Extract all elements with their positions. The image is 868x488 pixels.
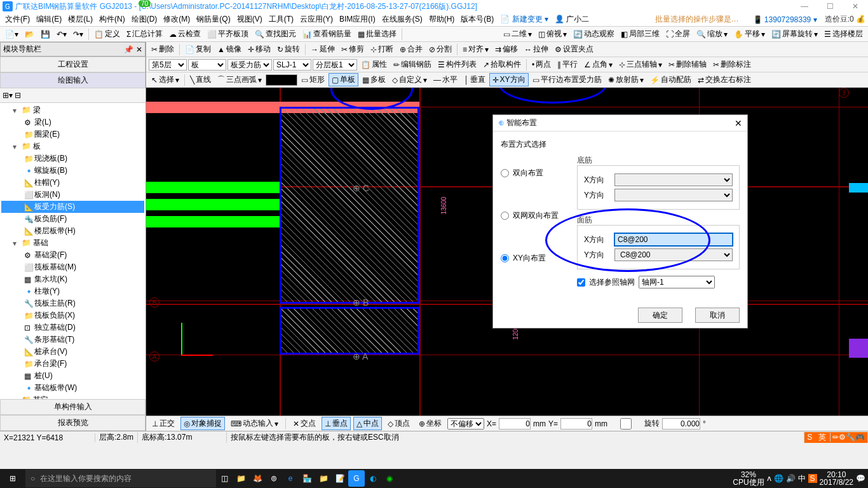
delete-aux-button[interactable]: ✂ 删除辅轴: [666, 58, 709, 71]
type-select[interactable]: 板受力筋: [227, 59, 272, 71]
close-button[interactable]: ✕: [843, 0, 868, 13]
screen-rotate-button[interactable]: 🔄 屏幕旋转 ▾: [769, 28, 820, 40]
rotate-checkbox[interactable]: [610, 418, 642, 430]
menu-cloud[interactable]: 云应用(Y): [297, 14, 336, 25]
point-angle-button[interactable]: ∠ 点角 ▾: [581, 58, 615, 71]
top-view-button[interactable]: ◫ 俯视 ▾: [536, 28, 569, 40]
taskbar-app[interactable]: ◐: [365, 470, 381, 487]
cancel-button[interactable]: 取消: [695, 308, 740, 323]
multi-board-button[interactable]: ▦ 多板: [360, 74, 388, 86]
move-button[interactable]: ✛ 移动: [245, 43, 273, 55]
tree-leaf[interactable]: 🔹 基础板带(W): [1, 382, 144, 394]
mirror-button[interactable]: ▲ 镜像: [215, 43, 244, 55]
parallel-button[interactable]: ∥ 平行: [555, 58, 580, 71]
menu-online[interactable]: 在线服务(S): [379, 14, 425, 25]
menu-rebar[interactable]: 钢筋量(Q): [194, 14, 233, 25]
auto-rebar-button[interactable]: ⚡ 自动配筋: [648, 74, 694, 86]
stretch-button[interactable]: ↔ 拉伸: [522, 43, 551, 55]
tree-leaf[interactable]: ⬜ 筏板基础(M): [1, 261, 144, 273]
tree-leaf[interactable]: 🔧 条形基础(T): [1, 334, 144, 346]
find-button[interactable]: 🔍 查找图元: [252, 28, 299, 40]
property-button[interactable]: 📋 属性: [358, 58, 390, 71]
delete-label-button[interactable]: ✂ 删除标注: [710, 58, 754, 71]
tree-leaf[interactable]: 📐 板受力筋(S): [1, 201, 144, 213]
tree-leaf[interactable]: 📐 柱帽(Y): [1, 177, 144, 189]
tray-ime[interactable]: 中: [798, 473, 806, 484]
menu-newchange[interactable]: 📄 新建变更 ▾: [498, 14, 551, 25]
taskbar-app[interactable]: ⊚: [266, 470, 282, 487]
y-input[interactable]: [560, 418, 592, 430]
taskbar-app[interactable]: 📁: [233, 470, 249, 487]
define-button[interactable]: 📋 定义: [92, 28, 123, 40]
dialog-close-icon[interactable]: ✕: [735, 118, 742, 128]
phone-number[interactable]: 📱 13907298339 ▾: [753, 15, 817, 24]
tab-draw-input[interactable]: 绘图输入: [0, 72, 146, 88]
layer-select[interactable]: 分层板1: [313, 59, 357, 71]
midpoint-button[interactable]: △ 中点: [353, 417, 382, 430]
taskbar-app[interactable]: 📝: [332, 470, 348, 487]
custom-button[interactable]: ◇ 自定义 ▾: [390, 74, 430, 86]
cloud-check-button[interactable]: ☁ 云检查: [166, 28, 203, 40]
bottom-x-input[interactable]: [614, 173, 733, 186]
extend-button[interactable]: → 延伸: [308, 43, 337, 55]
merge-button[interactable]: ⊕ 合并: [397, 43, 425, 55]
radial-button[interactable]: ✺ 放射筋 ▾: [606, 74, 646, 86]
notification-badge[interactable]: 70: [139, 0, 151, 7]
delete-button[interactable]: ✂ 删除: [149, 43, 177, 55]
arc-button[interactable]: ⌒ 三点画弧 ▾: [215, 74, 264, 86]
tree-leaf[interactable]: 🔩 板负筋(F): [1, 213, 144, 225]
ok-button[interactable]: 确定: [638, 308, 682, 323]
top-y-input[interactable]: C8@200: [614, 248, 733, 261]
tree-leaf[interactable]: ▦ 桩(U): [1, 370, 144, 382]
tree-leaf[interactable]: 📁 承台梁(F): [1, 358, 144, 370]
tab-single-input[interactable]: 单构件输入: [0, 399, 146, 415]
coord-button[interactable]: ⊕ 坐标: [416, 417, 445, 430]
view-rebar-button[interactable]: 📊 查看钢筋量: [300, 28, 354, 40]
parallel-edge-button[interactable]: ▭ 平行边布置受力筋: [530, 74, 604, 86]
menu-help[interactable]: 帮助(H): [426, 14, 458, 25]
menu-edit[interactable]: 编辑(E): [34, 14, 64, 25]
taskbar-app[interactable]: ◉: [381, 470, 398, 487]
align-button[interactable]: ≡ 对齐 ▾: [460, 43, 491, 55]
radio-xy-direction[interactable]: [501, 254, 509, 262]
tree-leaf[interactable]: 📁 现浇板(B): [1, 152, 144, 165]
horizontal-button[interactable]: — 水平: [431, 74, 460, 86]
undo-icon[interactable]: ↶▾: [54, 29, 69, 39]
rotate-input[interactable]: [662, 418, 700, 430]
top-x-input[interactable]: [614, 233, 733, 246]
intersection-button[interactable]: ✕ 交点: [290, 417, 319, 430]
floor-select[interactable]: 第5层: [149, 59, 187, 71]
local-3d-button[interactable]: ◧ 局部三维: [618, 28, 662, 40]
copy-button[interactable]: 📄 复制: [182, 43, 214, 55]
vertex-button[interactable]: ◇ 顶点: [384, 417, 413, 430]
category-select[interactable]: 板: [188, 59, 226, 71]
bottom-y-input[interactable]: [614, 189, 733, 201]
tree-leaf[interactable]: 📁 筏板负筋(X): [1, 309, 144, 322]
tray-sogou-icon[interactable]: S: [808, 474, 817, 483]
vertical-button[interactable]: │ 垂直: [461, 74, 488, 86]
code-select[interactable]: SLJ-1: [273, 59, 311, 71]
fullscreen-button[interactable]: ⛶ 全屏: [663, 28, 693, 40]
menu-modify[interactable]: 修改(M): [161, 14, 193, 25]
style-select[interactable]: [266, 74, 297, 86]
task-view-icon[interactable]: ◫: [216, 470, 233, 487]
three-aux-button[interactable]: ⊹ 三点辅轴 ▾: [616, 58, 665, 71]
tree-leaf[interactable]: ⚙ 基础梁(F): [1, 249, 144, 261]
open-icon[interactable]: 📂: [22, 29, 37, 39]
taskbar-app[interactable]: 📁: [315, 470, 332, 487]
sidebar-pin-icon[interactable]: 📌: [124, 45, 133, 54]
taskbar-app[interactable]: e: [282, 470, 299, 487]
select-floor-button[interactable]: ☰ 选择楼层: [822, 28, 865, 40]
grip-button[interactable]: ⚙ 设置夹点: [552, 43, 596, 55]
tree-leaf[interactable]: 📐 桩承台(V): [1, 346, 144, 358]
tree-node[interactable]: ▾📁 基础: [1, 237, 144, 249]
component-list-button[interactable]: ☰ 构件列表: [435, 58, 479, 71]
offset-mode-select[interactable]: 不偏移: [447, 418, 484, 430]
tree-leaf[interactable]: ⊡ 独立基础(D): [1, 322, 144, 334]
tab-project-settings[interactable]: 工程设置: [0, 57, 146, 72]
tree-node[interactable]: ▾📁 梁: [1, 104, 144, 116]
tree-node[interactable]: ▾📁 板: [1, 140, 144, 152]
sidebar-close-icon[interactable]: ✕: [136, 45, 142, 54]
new-icon[interactable]: 📄▾: [3, 29, 21, 39]
reference-grid-checkbox[interactable]: [577, 278, 585, 287]
